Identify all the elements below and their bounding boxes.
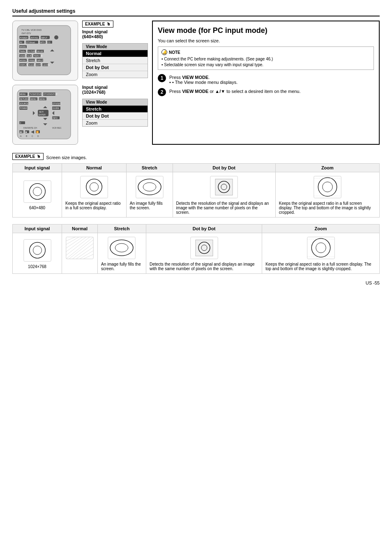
svg-text:CC: CC (48, 41, 51, 44)
svg-text:SELECT: SELECT (37, 50, 45, 53)
stretch-cell-2: An image fully fills the screen. (98, 233, 146, 274)
example-badge-1: EXAMPLE 🖱 (82, 21, 113, 28)
input-cell-2: 1024×768 (13, 233, 62, 274)
example-badge-2: EXAMPLE 🖱 (12, 153, 44, 160)
menu-item-stretch-2: Stretch (83, 106, 148, 113)
svg-text:DTV/DVD/TOP: DTV/DVD/TOP (44, 93, 58, 95)
svg-text:MENU: MENU (30, 98, 37, 100)
menu-item-stretch-1: Stretch (83, 57, 148, 64)
col-normal-2: Normal (62, 225, 98, 233)
svg-point-9 (54, 35, 58, 39)
step-num-1: 1 (158, 74, 166, 82)
svg-text:DISPLAY: DISPLAY (20, 64, 28, 66)
svg-text:DTV/SAT: DTV/SAT (53, 102, 61, 105)
zoom-desc-1: Keeps the original aspect ratio in a ful… (279, 201, 376, 215)
svg-text:FUTURE: FUTURE (28, 50, 37, 53)
menu-box-2: View Mode Stretch Dot by Dot Zoom (82, 99, 148, 127)
screen-example-label: Screen size images. (46, 155, 87, 160)
view-mode-section: View mode (for PC input mode) You can se… (152, 21, 380, 145)
normal-circle-1 (80, 175, 108, 199)
zoom-desc-2: Keeps the original aspect ratio in a ful… (265, 262, 376, 271)
svg-text:TWIN: TWIN (20, 50, 25, 53)
normal-cell-2 (62, 233, 98, 274)
svg-text:AV: AV (20, 41, 23, 44)
menu-box-1: View Mode Normal Stretch Dot by Dot Zoom (82, 43, 148, 78)
normal-circle-2 (65, 236, 94, 260)
svg-text:INFO: INFO (53, 117, 58, 119)
normal-desc-1: Keeps the original aspect ratio in a ful… (65, 201, 123, 210)
svg-text:SET/: SET/ (39, 111, 44, 113)
note-1: • Connect the PC before making adjustmen… (161, 57, 370, 61)
zoom-cell-1: Keeps the original aspect ratio in a ful… (275, 172, 379, 218)
input-cell-1: 640×480 (13, 172, 62, 218)
screen-example-header: EXAMPLE 🖱 Screen size images. (12, 153, 380, 162)
svg-text:FAVORITE CH: FAVORITE CH (23, 127, 37, 129)
svg-text:EDIT: EDIT (36, 64, 41, 66)
stretch-desc-2: An image fully fills the screen. (101, 262, 143, 271)
svg-text:ANT/AS: ANT/AS (30, 37, 38, 39)
screen-table-2: Input signal Normal Stretch Dot by Dot Z… (12, 224, 380, 274)
normal-cell-1: Keeps the original aspect ratio in a ful… (62, 172, 127, 218)
dotbydot-cell-1: Detects the resolution of the signal and… (173, 172, 275, 218)
svg-text:SUB: SUB (27, 55, 32, 57)
svg-text:ENTER: ENTER (39, 113, 46, 116)
stretch-desc-1: An image fully fills the screen. (130, 201, 169, 210)
page-title: Useful adjustment settings (12, 8, 380, 16)
svg-text:TWIN CH: TWIN CH (34, 55, 43, 57)
svg-text:C: C (32, 135, 33, 137)
example-icon-1: 🖱 (106, 22, 111, 26)
input-res-2: 1024×768 (16, 264, 58, 269)
svg-text:MTS: MTS (40, 41, 45, 44)
remotes-column: TV CBL VCR DVD /SAT /DTV POWER ANT/AS IN… (12, 21, 78, 145)
menu-item-zoom-1: Zoom (83, 71, 148, 78)
col-stretch-2: Stretch (98, 225, 146, 233)
svg-text:MODE: MODE (20, 46, 26, 48)
step-2: 2 Press VIEW MODE or ▲/▼ to select a des… (158, 88, 374, 96)
menu-item-normal: Normal (83, 50, 148, 57)
note-icon: 🔔 (161, 49, 167, 55)
svg-text:INPUT: INPUT (41, 37, 47, 39)
menus-column: EXAMPLE 🖱 Input signal (640×480) View Mo… (82, 21, 148, 145)
zoom-circle-1 (313, 175, 342, 199)
view-mode-title: View mode (for PC input mode) (158, 26, 374, 35)
stretch-circle-1 (135, 175, 164, 199)
svg-text:FREEZE: FREEZE (29, 59, 37, 62)
note-header: 🔔 NOTE (161, 49, 370, 55)
svg-text:DTVirtual: DTVirtual (26, 41, 35, 44)
dotbydot-cell-2: Detects the resolution of the signal and… (146, 233, 262, 274)
svg-text:D: D (37, 135, 39, 137)
input-res-1: 640×480 (16, 206, 58, 210)
svg-text:SLEEP: SLEEP (29, 64, 36, 66)
page-num: US -55 (12, 280, 380, 285)
svg-text:MENU: MENU (39, 98, 46, 100)
svg-text:VIEW: VIEW (20, 55, 25, 57)
zoom-circle-2 (307, 236, 335, 260)
svg-text:POWER: POWER (20, 107, 28, 109)
note-box: 🔔 NOTE • Connect the PC before making ad… (158, 46, 374, 70)
note-2: • Selectable screen size may vary with i… (161, 63, 370, 67)
zoom-cell-2: Keeps the original aspect ratio in a ful… (262, 233, 380, 274)
svg-text:II: II (20, 122, 21, 124)
svg-text:MENU: MENU (20, 93, 26, 95)
dotbydot-circle-1 (210, 175, 238, 199)
col-dotbydot-2: Dot by Dot (146, 225, 262, 233)
input-signal-label-2: Input signal (1024×768) (82, 85, 148, 95)
step-text-1: Press VIEW MODE. • • The View mode menu … (169, 74, 238, 85)
svg-text:/SAT  /DTV: /SAT /DTV (21, 32, 31, 35)
example-label-1: EXAMPLE (85, 22, 105, 26)
menu-item-dotbydot-2: Dot by Dot (83, 113, 148, 120)
menu-header-2: View Mode (83, 99, 148, 106)
svg-text:RETURN: RETURN (20, 98, 28, 100)
screen-section: EXAMPLE 🖱 Screen size images. Input sign… (12, 153, 380, 274)
svg-text:⏩: ⏩ (36, 131, 39, 134)
col-zoom-1: Zoom (275, 164, 379, 172)
svg-text:TV/SAT/DVD: TV/SAT/DVD (30, 93, 42, 95)
remote-2: MENU TV/SAT/DVD DTV/DVD/TOP RETURN MENU … (12, 85, 78, 145)
example-label-2: EXAMPLE (15, 154, 35, 159)
example-icon-2: 🖱 (37, 154, 41, 159)
remote-1: TV CBL VCR DVD /SAT /DTV POWER ANT/AS IN… (12, 21, 78, 81)
svg-text:LEARN: LEARN (43, 64, 50, 66)
view-mode-subtitle: You can select the screen size. (158, 38, 374, 43)
svg-text:SOURCE: SOURCE (20, 102, 29, 105)
step-num-2: 2 (158, 88, 166, 96)
